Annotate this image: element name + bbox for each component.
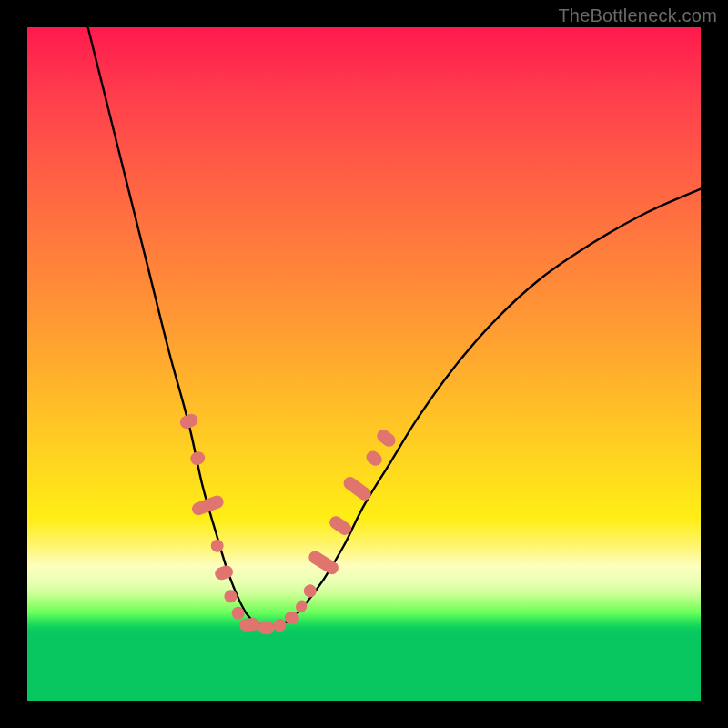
- curve-markers: [178, 412, 399, 635]
- chart-stage: TheBottleneck.com: [0, 0, 728, 728]
- curve-marker: [258, 621, 275, 635]
- watermark-text: TheBottleneck.com: [558, 5, 717, 26]
- curve-marker: [209, 538, 226, 554]
- curve-marker: [374, 427, 398, 450]
- curve-marker: [341, 474, 374, 502]
- curve-marker: [301, 582, 318, 600]
- main-curve: [88, 27, 701, 627]
- curve-marker: [239, 618, 260, 632]
- curve-marker: [307, 549, 341, 577]
- curve-marker: [188, 450, 207, 467]
- curve-marker: [272, 618, 287, 632]
- plot-area: [27, 27, 701, 701]
- curve-marker: [178, 412, 200, 430]
- chart-svg: [27, 27, 701, 701]
- curve-marker: [364, 449, 385, 469]
- curve-marker: [190, 494, 226, 517]
